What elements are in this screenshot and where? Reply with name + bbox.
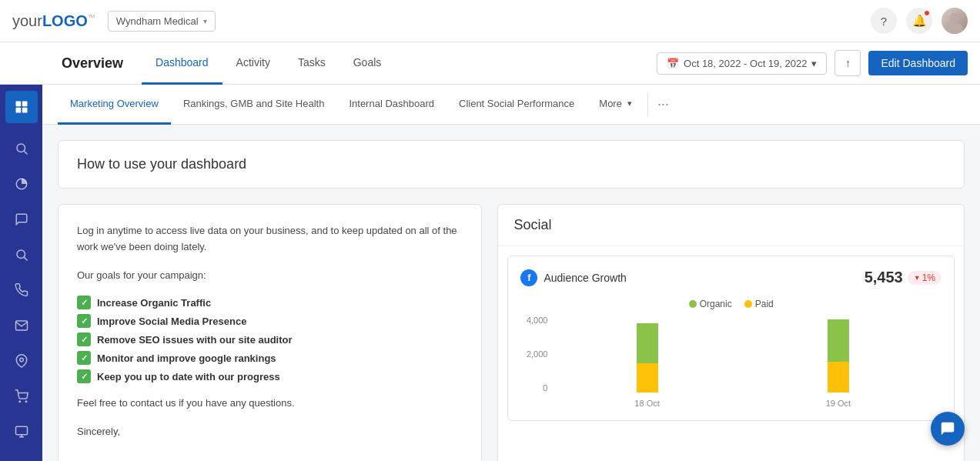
intro-text-card: Log in anytime to access live data on yo…: [58, 204, 482, 461]
sidebar-ecommerce[interactable]: [5, 380, 38, 413]
chart-legend: Organic Paid: [520, 299, 942, 309]
sub-tab-internal-label: Internal Dashboard: [349, 98, 434, 109]
svg-line-10: [24, 257, 27, 260]
sub-tab-social-label: Client Social Performance: [459, 98, 574, 109]
sidebar-email[interactable]: [5, 309, 38, 342]
goal-text-5: Keep you up to date with our progress: [97, 371, 280, 382]
organic-label: Organic: [700, 299, 732, 309]
search-icon: [15, 142, 28, 155]
page-title: Overview: [62, 55, 123, 72]
how-to-card: How to use your dashboard: [58, 140, 965, 189]
logo-text: your: [12, 12, 42, 29]
y-label-4000: 4,000: [520, 316, 547, 325]
bar-paid-19oct: [828, 362, 849, 393]
goal-item-2: Improve Social Media Presence: [77, 314, 463, 328]
tab-dashboard[interactable]: Dashboard: [142, 42, 222, 85]
sub-tab-more[interactable]: More ▾: [587, 85, 644, 125]
ag-change: ▼ 1%: [908, 271, 942, 285]
svg-point-9: [17, 250, 25, 259]
goal-text-3: Remove SEO issues with our site auditor: [97, 334, 293, 346]
date-range-button[interactable]: 📅 Oct 18, 2022 - Oct 19, 2022 ▾: [657, 52, 827, 75]
sidebar-map[interactable]: [5, 345, 38, 377]
content-area: Marketing Overview Rankings, GMB and Sit…: [42, 85, 980, 461]
notification-dot: [924, 10, 930, 16]
avatar-icon: [942, 8, 968, 34]
top-bar: yourLOGO™ Wyndham Medical ▾ ? 🔔: [0, 0, 980, 42]
sidebar-charts[interactable]: [5, 168, 38, 200]
tab-tasks[interactable]: Tasks: [284, 42, 339, 85]
logo: yourLOGO™: [12, 12, 95, 30]
email-icon: [15, 319, 28, 332]
edit-dashboard-button[interactable]: Edit Dashboard: [868, 51, 968, 75]
logo-bold: LOGO: [42, 12, 88, 29]
content-grid: Log in anytime to access live data on yo…: [58, 204, 965, 461]
check-icon-4: [77, 351, 91, 365]
more-options-button[interactable]: ···: [651, 96, 675, 112]
sidebar: [0, 85, 42, 461]
tab-goals[interactable]: Goals: [339, 42, 396, 85]
sidebar-phone[interactable]: [5, 274, 38, 306]
sidebar-reports[interactable]: [5, 416, 38, 448]
sidebar-chat[interactable]: [5, 203, 38, 236]
svg-rect-14: [15, 426, 27, 435]
sub-tab-social[interactable]: Client Social Performance: [447, 85, 587, 125]
share-button[interactable]: ↑: [835, 50, 861, 76]
facebook-icon: f: [520, 269, 537, 286]
goal-text-1: Increase Organic Traffic: [97, 297, 211, 309]
sidebar-seo[interactable]: [5, 239, 38, 271]
phone-icon: [15, 283, 28, 297]
x-label-19oct: 19 Oct: [826, 399, 851, 408]
bar-stack-18oct: [637, 323, 658, 393]
goals-list: Increase Organic Traffic Improve Social …: [77, 296, 463, 383]
org-selector[interactable]: Wyndham Medical ▾: [108, 11, 216, 32]
svg-rect-2: [15, 102, 21, 107]
goals-label: Our goals for your campaign:: [77, 268, 463, 284]
organic-dot: [689, 300, 697, 308]
sub-tab-marketing-overview[interactable]: Marketing Overview: [58, 85, 171, 125]
avatar[interactable]: [942, 8, 968, 34]
grid-icon: [14, 99, 29, 115]
social-title: Social: [513, 217, 551, 232]
audience-growth-chart: 4,000 2,000 0: [520, 316, 942, 408]
goal-item-1: Increase Organic Traffic: [77, 296, 463, 309]
chevron-down-icon: ▾: [811, 58, 817, 69]
sub-tab-internal[interactable]: Internal Dashboard: [336, 85, 447, 125]
calendar-icon: 📅: [667, 58, 679, 69]
chevron-down-icon: ▾: [203, 17, 207, 25]
chart-bars-area: [551, 316, 934, 393]
help-button[interactable]: ?: [871, 8, 897, 34]
check-icon-3: [77, 332, 91, 346]
location-search-icon: [15, 248, 28, 262]
sub-tab-rankings[interactable]: Rankings, GMB and Site Health: [171, 85, 337, 125]
help-icon: ?: [881, 15, 887, 28]
sub-tab-more-label: More: [599, 98, 622, 109]
secondary-tabs: Dashboard Activity Tasks Goals: [142, 42, 657, 85]
pie-chart-icon: [15, 177, 28, 191]
main-layout: Marketing Overview Rankings, GMB and Sit…: [0, 85, 980, 461]
bell-icon: 🔔: [912, 14, 927, 28]
goal-item-5: Keep you up to date with our progress: [77, 369, 463, 383]
reports-icon: [15, 425, 28, 439]
sub-tab-rankings-label: Rankings, GMB and Site Health: [183, 98, 325, 109]
secondary-nav: Overview Dashboard Activity Tasks Goals …: [0, 42, 980, 85]
y-label-2000: 2,000: [520, 349, 547, 359]
sidebar-search[interactable]: [5, 132, 38, 165]
tab-activity[interactable]: Activity: [222, 42, 284, 85]
avatar-image: [942, 8, 968, 34]
svg-rect-5: [22, 108, 27, 113]
goal-text-2: Improve Social Media Presence: [97, 316, 246, 327]
chart-x-axis: 18 Oct 19 Oct: [551, 399, 934, 408]
social-card-header: Social: [498, 205, 964, 246]
ag-stat: 5,453 ▼ 1%: [865, 269, 942, 286]
logo-tm: ™: [88, 13, 95, 22]
trend-down-icon: ▼: [914, 274, 921, 282]
sub-tabs-bar: Marketing Overview Rankings, GMB and Sit…: [42, 85, 980, 125]
svg-rect-4: [15, 108, 21, 113]
chat-support-button[interactable]: [931, 412, 965, 446]
share-icon: ↑: [845, 57, 851, 69]
sidebar-home-button[interactable]: [5, 91, 38, 123]
org-name: Wyndham Medical: [116, 15, 199, 27]
notifications-button[interactable]: 🔔: [906, 8, 932, 34]
x-label-18oct: 18 Oct: [634, 399, 659, 408]
check-icon-2: [77, 314, 91, 328]
